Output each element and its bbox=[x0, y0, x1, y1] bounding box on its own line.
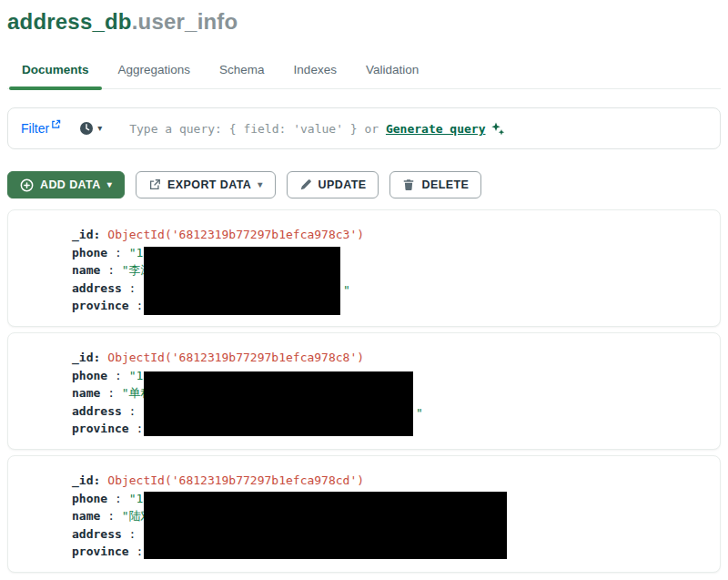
generate-query-link[interactable]: Generate query bbox=[386, 122, 486, 136]
export-data-button[interactable]: EXPORT DATA ▾ bbox=[136, 171, 276, 198]
sparkle-icon bbox=[490, 121, 505, 136]
closing-quote: " bbox=[416, 404, 423, 422]
objectid-value: ObjectId('6812319b77297b1efca978c8') bbox=[107, 351, 364, 364]
query-placeholder: Type a query: { field: 'value' } or bbox=[129, 122, 386, 136]
external-link-icon bbox=[51, 119, 61, 129]
document-list: _id:ObjectId('6812319b77297b1efca978c3')… bbox=[7, 209, 721, 573]
objectid-value: ObjectId('6812319b77297b1efca978c3') bbox=[107, 228, 364, 241]
export-icon bbox=[148, 178, 161, 191]
export-data-label: EXPORT DATA bbox=[167, 178, 251, 191]
document-card[interactable]: _id:ObjectId('6812319b77297b1efca978c3')… bbox=[7, 209, 721, 327]
document-card[interactable]: _id:ObjectId('6812319b77297b1efca978c8')… bbox=[7, 332, 721, 450]
delete-button[interactable]: DELETE bbox=[389, 171, 481, 198]
collection-name: .user_info bbox=[132, 9, 238, 34]
tab-aggregations[interactable]: Aggregations bbox=[104, 53, 206, 88]
page-title: address_db.user_info bbox=[7, 9, 721, 35]
tab-documents[interactable]: Documents bbox=[7, 53, 104, 88]
caret-down-icon: ▾ bbox=[258, 180, 262, 189]
caret-down-icon: ▾ bbox=[97, 124, 102, 133]
filter-link[interactable]: Filter bbox=[21, 121, 61, 136]
pencil-icon bbox=[299, 178, 312, 191]
tab-validation[interactable]: Validation bbox=[351, 53, 433, 88]
objectid-value: ObjectId('6812319b77297b1efca978cd') bbox=[107, 473, 364, 487]
plus-circle-icon bbox=[20, 178, 34, 192]
caret-down-icon: ▾ bbox=[107, 180, 112, 189]
database-name: address_db bbox=[7, 9, 132, 34]
redaction-box bbox=[144, 247, 340, 315]
update-label: UPDATE bbox=[318, 178, 367, 191]
delete-label: DELETE bbox=[421, 178, 469, 191]
tab-schema[interactable]: Schema bbox=[205, 53, 279, 88]
redaction-box bbox=[144, 492, 507, 559]
field-id: _id:ObjectId('6812319b77297b1efca978c3') bbox=[72, 226, 720, 244]
document-card[interactable]: _id:ObjectId('6812319b77297b1efca978cd')… bbox=[7, 455, 721, 573]
add-data-label: ADD DATA bbox=[40, 178, 101, 191]
clock-icon bbox=[79, 121, 94, 136]
query-bar: Filter ▾ Type a query: { field: 'value' … bbox=[7, 107, 721, 149]
filter-link-label: Filter bbox=[21, 121, 49, 136]
redaction-box bbox=[144, 371, 413, 436]
update-button[interactable]: UPDATE bbox=[287, 171, 379, 198]
tab-indexes[interactable]: Indexes bbox=[279, 53, 351, 88]
query-history-button[interactable]: ▾ bbox=[79, 121, 102, 136]
query-input[interactable]: Type a query: { field: 'value' } or Gene… bbox=[129, 121, 707, 136]
closing-quote: " bbox=[343, 281, 350, 300]
field-id: _id:ObjectId('6812319b77297b1efca978cd') bbox=[72, 472, 720, 490]
add-data-button[interactable]: ADD DATA ▾ bbox=[7, 171, 125, 198]
tab-bar: Documents Aggregations Schema Indexes Va… bbox=[7, 53, 721, 89]
crud-toolbar: ADD DATA ▾ EXPORT DATA ▾ UPDATE bbox=[7, 171, 721, 198]
trash-icon bbox=[402, 178, 415, 191]
field-id: _id:ObjectId('6812319b77297b1efca978c8') bbox=[72, 349, 720, 367]
collection-view: address_db.user_info Documents Aggregati… bbox=[0, 0, 728, 573]
